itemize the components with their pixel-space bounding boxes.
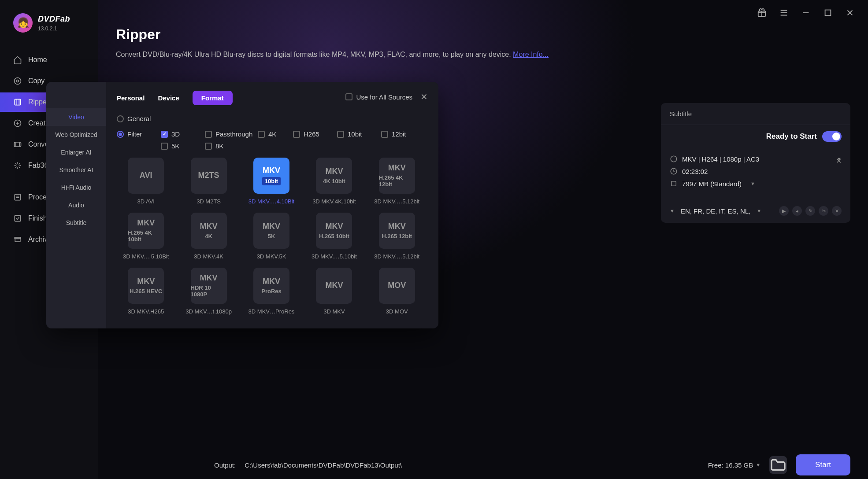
tile-label: 3D MKV.…4.10Bit: [249, 198, 294, 205]
format-tile[interactable]: AVI3D AVI: [117, 158, 175, 205]
tile-label: 3D M2TS: [197, 198, 221, 205]
tile-label: 3D MKV…t.1080p: [185, 308, 232, 315]
panel-close-icon[interactable]: ✕: [836, 157, 842, 165]
hamburger-icon[interactable]: [779, 8, 789, 18]
tab-personal[interactable]: Personal: [117, 92, 145, 104]
filter-passthrough[interactable]: Passthrough: [205, 130, 258, 138]
minimize-icon[interactable]: [801, 8, 811, 18]
tile-box: MKVH.265 4K 12bit: [379, 158, 415, 194]
svg-point-11: [671, 156, 677, 162]
format-tile[interactable]: MKVProRes3D MKV…ProRes: [242, 268, 300, 315]
filter-3d[interactable]: 3D: [161, 130, 205, 138]
tile-box: MKVH.265 4K 10bit: [128, 213, 164, 249]
format-tile[interactable]: MKVH.265 10bit3D MKV.…5.10bit: [305, 213, 363, 260]
tile-label: 3D MKV.4K: [194, 253, 223, 260]
filter-10bit[interactable]: 10bit: [337, 130, 381, 138]
play-icon[interactable]: ▶: [779, 206, 789, 216]
tile-box: MKV4K: [191, 213, 227, 249]
nav-label: Home: [28, 56, 47, 64]
home-icon: [13, 55, 22, 64]
svg-rect-1: [825, 10, 831, 16]
tile-label: 3D MOV: [386, 308, 408, 315]
mode-general[interactable]: General: [117, 115, 161, 122]
format-tile[interactable]: MKV5K3D MKV.5K: [242, 213, 300, 260]
tile-box: MKV4K 10bit: [316, 158, 352, 194]
svg-rect-10: [15, 239, 20, 242]
langs: EN, FR, DE, IT, ES, NL,: [681, 207, 750, 215]
brand-icon: 👧: [13, 13, 33, 33]
mode-filter[interactable]: Filter: [117, 130, 161, 138]
filter-h265[interactable]: H265: [293, 130, 337, 138]
svg-rect-8: [15, 215, 20, 221]
format-grid: AVI3D AVIM2TS3D M2TSMKV10bit3D MKV.…4.10…: [117, 158, 428, 315]
tile-box: MKVH.265 10bit: [316, 213, 352, 249]
duration: 02:23:02: [682, 168, 708, 175]
side-enlarger-ai[interactable]: Enlarger AI: [46, 144, 106, 161]
tile-label: 3D MKV.H265: [128, 308, 164, 315]
side-audio[interactable]: Audio: [46, 196, 106, 214]
tile-box: MKV5K: [253, 213, 289, 249]
popup-close-icon[interactable]: ✕: [420, 92, 428, 102]
gift-icon[interactable]: [757, 8, 767, 18]
side-subtitle[interactable]: Subtitle: [46, 214, 106, 232]
format-tile[interactable]: MKV4K3D MKV.4K: [179, 213, 237, 260]
output-path: C:\Users\fab\Documents\DVDFab\DVDFab13\O…: [245, 461, 402, 469]
edit-icon[interactable]: ✎: [805, 206, 815, 216]
tag-icon[interactable]: ◂: [792, 206, 802, 216]
delete-icon[interactable]: ✕: [832, 206, 842, 216]
close-icon[interactable]: [845, 8, 855, 18]
ready-toggle[interactable]: [822, 131, 842, 142]
filter-12bit[interactable]: 12bit: [381, 130, 425, 138]
folder-button[interactable]: [769, 456, 787, 474]
more-info-link[interactable]: More Info...: [513, 51, 549, 58]
creator-icon: [13, 119, 22, 128]
subtitle-header[interactable]: Subtitle: [661, 103, 756, 125]
converter-icon: [13, 140, 22, 149]
format-tile[interactable]: MKVH.265 4K 12bit3D MKV.…5.12bit: [368, 158, 426, 205]
tile-label: 3D MKV.…5.10bit: [312, 253, 357, 260]
use-all-checkbox[interactable]: Use for All Sources: [345, 93, 412, 101]
tile-label: 3D MKV.4K.10bit: [312, 198, 356, 205]
process-icon: [13, 193, 22, 202]
nav-home[interactable]: Home: [0, 50, 98, 70]
svg-rect-13: [671, 181, 676, 186]
tile-label: 3D MKV: [323, 308, 345, 315]
side-video[interactable]: Video: [46, 108, 106, 126]
format-tile[interactable]: MKV4K 10bit3D MKV.4K.10bit: [305, 158, 363, 205]
filter-4k[interactable]: 4K: [258, 130, 293, 138]
filter-5k[interactable]: 5K: [161, 142, 205, 150]
filter-8k[interactable]: 8K: [205, 142, 249, 150]
format-tile[interactable]: MKV10bit3D MKV.…4.10Bit: [242, 158, 300, 205]
format-tile[interactable]: MKVH.265 12bit3D MKV.…5.12bit: [368, 213, 426, 260]
free-space[interactable]: Free: 16.35 GB▼: [708, 461, 760, 469]
tile-box: MKVH.265 12bit: [379, 213, 415, 249]
tile-label: 3D MKV.…5.10Bit: [123, 253, 169, 260]
format-tile[interactable]: MKV3D MKV: [305, 268, 363, 315]
langs-dropdown-icon[interactable]: ▼: [670, 208, 675, 214]
start-button[interactable]: Start: [796, 454, 850, 475]
maximize-icon[interactable]: [823, 8, 833, 18]
ready-label: Ready to Start: [766, 132, 817, 141]
tile-box: MKVProRes: [253, 268, 289, 304]
format-tile[interactable]: MOV3D MOV: [368, 268, 426, 315]
tab-device[interactable]: Device: [158, 92, 179, 104]
format-tile[interactable]: MKVH.265 4K 10bit3D MKV.…5.10Bit: [117, 213, 175, 260]
format-tile[interactable]: MKVHDR 10 1080P3D MKV…t.1080p: [179, 268, 237, 315]
side-smoother-ai[interactable]: Smoother AI: [46, 161, 106, 179]
format-tile[interactable]: M2TS3D M2TS: [179, 158, 237, 205]
brand: 👧 DVDFab 13.0.2.1: [0, 13, 98, 46]
svg-point-2: [15, 78, 21, 85]
svg-rect-4: [15, 99, 20, 105]
brand-name: DVDFab: [38, 15, 70, 24]
side-hifi-audio[interactable]: Hi-Fi Audio: [46, 179, 106, 196]
cut-icon[interactable]: ✂: [819, 206, 828, 216]
format-tile[interactable]: MKVH.265 HEVC3D MKV.H265: [117, 268, 175, 315]
titlebar: [744, 0, 868, 26]
tile-label: 3D MKV.…5.12bit: [374, 253, 419, 260]
size: 7997 MB (Standard): [682, 180, 742, 188]
tab-format[interactable]: Format: [193, 91, 233, 105]
brand-version: 13.0.2.1: [38, 26, 70, 32]
check-icon: [13, 214, 22, 223]
tile-label: 3D MKV…ProRes: [249, 308, 295, 315]
side-web-optimized[interactable]: Web Optimized: [46, 126, 106, 144]
